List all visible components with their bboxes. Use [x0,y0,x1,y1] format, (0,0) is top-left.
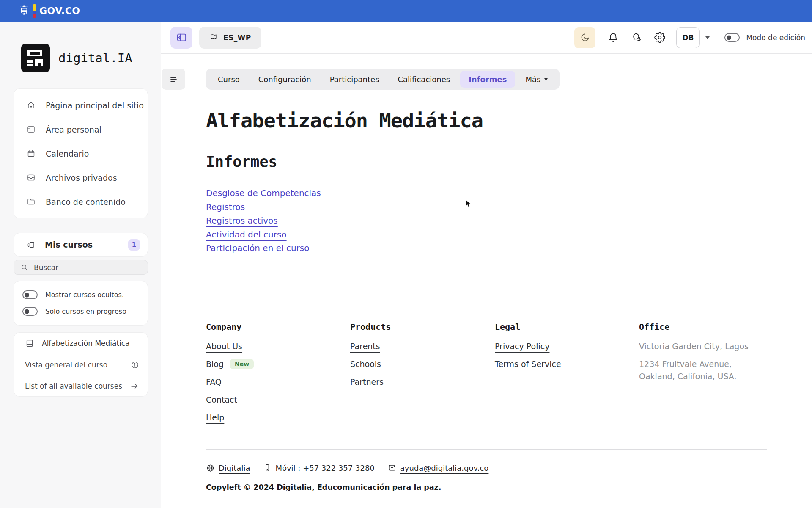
report-link-registros[interactable]: Registros [206,200,245,214]
show-hidden-toggle[interactable] [22,290,38,299]
site-logo[interactable]: digital.IA [21,44,161,72]
all-courses-label: List of all available courses [25,382,122,390]
messages-button[interactable] [631,32,642,43]
tab-mas[interactable]: Más [517,71,556,88]
footer-link-partners[interactable]: Partners [350,377,384,387]
new-badge: New [230,359,254,369]
edit-mode-toggle[interactable] [724,33,740,42]
chat-icon [631,32,642,43]
course-search[interactable] [14,260,148,275]
colombia-flag-bar [33,4,36,18]
notifications-button[interactable] [608,32,619,43]
phone-contact: Móvil : +57 322 357 3280 [263,464,374,472]
course-nav-tabs: Curso Configuración Participantes Califi… [206,69,560,90]
calendar-icon [27,149,36,158]
course-overview-label: Vista general del curso [25,361,107,369]
main-area: ES_WP DB Modo [161,22,812,508]
report-link-actividad[interactable]: Actividad del curso [206,228,287,242]
footer-link-schools[interactable]: Schools [350,359,381,369]
header-divider [716,31,716,44]
language-button[interactable]: ES_WP [199,27,261,49]
dark-mode-button[interactable] [574,27,595,48]
moon-icon [580,33,590,42]
my-courses-header[interactable]: Mis cursos 1 [14,233,148,257]
filter-label: Solo cursos en progreso [45,307,126,315]
footer-link-faq[interactable]: FAQ [206,377,222,387]
course-tabs-row: Curso Configuración Participantes Califi… [206,69,767,90]
tab-calificaciones[interactable]: Calificaciones [390,71,459,88]
page-title: Alfabetización Mediática [206,109,767,132]
govco-wordmark: GOV.CO [39,6,80,16]
flag-icon [209,33,218,42]
in-progress-toggle[interactable] [22,307,38,316]
course-filters: Mostrar cursos ocultos. Solo cursos en p… [14,281,148,326]
course-search-input[interactable] [34,263,142,272]
email-link[interactable]: ayuda@digitalia.gov.co [400,464,489,472]
my-courses-label: Mis cursos [45,240,93,249]
tab-configuracion[interactable]: Configuración [250,71,320,88]
folder-icon [27,197,36,206]
bell-icon [608,32,619,43]
footer-link-privacy[interactable]: Privacy Policy [495,342,549,351]
user-menu-caret-icon[interactable] [705,36,710,39]
course-index-button[interactable] [162,69,185,90]
courses-icon [27,240,36,249]
search-icon [21,264,28,271]
sidebar-item-private-files[interactable]: Archivos privados [14,166,148,190]
archive-icon [27,173,36,182]
footer-contact-row: Digitalia Móvil : +57 322 357 3280 ayuda… [206,464,767,472]
list-icon [168,74,179,85]
footer-link-blog[interactable]: Blog [206,359,224,369]
section-title: Informes [206,153,767,170]
dropdown-caret-icon [544,78,548,80]
book-icon [25,339,34,348]
page-content: Curso Configuración Participantes Califi… [161,54,812,508]
footer-columns: Company About Us Blog New FAQ Contact He… [206,322,767,429]
sidebar-item-label: Área personal [46,125,102,134]
site-link[interactable]: Digitalia [219,464,250,472]
sidebar-item-calendar[interactable]: Calendario [14,141,148,166]
govco-crest-icon [19,5,30,17]
sidebar: digital.IA Página principal del sitio Ár… [0,22,161,508]
sidebar-item-home[interactable]: Página principal del sitio [14,93,148,117]
user-avatar[interactable]: DB [676,27,700,48]
filter-show-hidden: Mostrar cursos ocultos. [14,287,148,303]
sidebar-collapse-button[interactable] [170,27,192,49]
govco-brand[interactable]: GOV.CO [19,4,80,18]
phone-icon [263,464,272,472]
course-item[interactable]: Alfabetización Mediática [14,333,148,354]
tab-curso[interactable]: Curso [209,71,248,88]
sidebar-item-label: Calendario [46,149,89,158]
footer-divider [206,449,767,450]
tab-participantes[interactable]: Participantes [321,71,388,88]
sidebar-item-label: Archivos privados [46,173,117,182]
content-divider [206,279,767,279]
my-courses-count-badge: 1 [128,239,140,251]
sidebar-item-dashboard[interactable]: Área personal [14,117,148,141]
footer-column-title: Products [350,322,495,332]
info-icon [131,361,139,369]
email-contact: ayuda@digitalia.gov.co [388,464,489,472]
arrow-right-icon [130,381,139,391]
filter-label: Mostrar cursos ocultos. [45,291,124,299]
course-overview-link[interactable]: Vista general del curso [14,354,148,375]
edit-mode-label: Modo de edición [746,33,805,42]
tab-informes[interactable]: Informes [460,71,515,88]
settings-button[interactable] [654,32,665,43]
footer-link-terms[interactable]: Terms of Service [495,359,561,369]
course-list: Alfabetización Mediática Vista general d… [14,332,148,397]
footer-link-help[interactable]: Help [206,413,224,422]
language-label: ES_WP [223,33,251,42]
footer-link-about[interactable]: About Us [206,342,242,351]
report-link-participacion[interactable]: Participación en el curso [206,241,309,255]
footer-link-contact[interactable]: Contact [206,395,237,404]
report-link-competencias[interactable]: Desglose de Competencias [206,186,321,200]
footer-link-parents[interactable]: Parents [350,342,380,351]
sidebar-item-label: Página principal del sitio [46,101,144,110]
office-address-line: Victoria Garden City, Lagos [639,340,764,353]
all-courses-link[interactable]: List of all available courses [14,375,148,396]
header-actions: DB Modo de edición [574,27,805,48]
sidebar-item-content-bank[interactable]: Banco de contenido [14,190,148,214]
report-link-registros-activos[interactable]: Registros activos [206,214,278,228]
footer-column-title: Company [206,322,350,332]
